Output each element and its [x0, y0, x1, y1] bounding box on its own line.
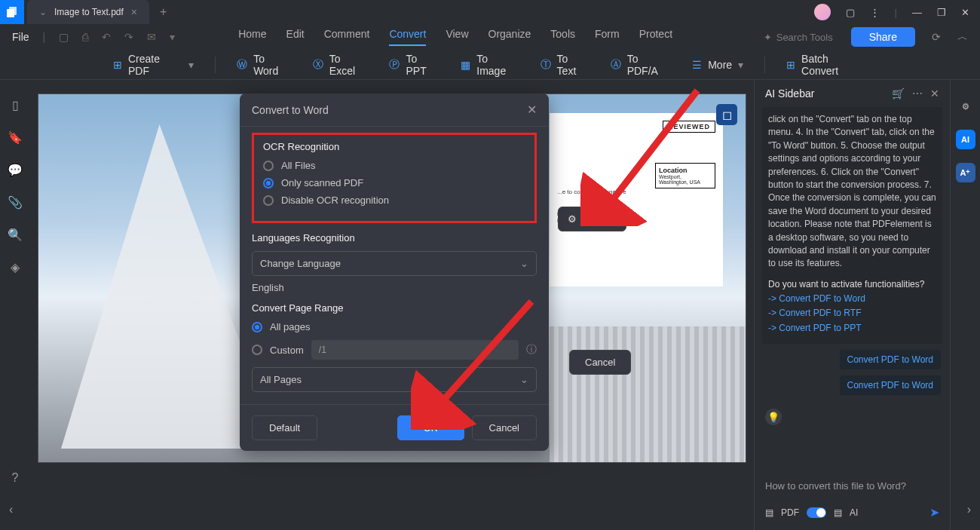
send-icon[interactable]: ➤ [929, 505, 939, 519]
cart-icon[interactable]: 🛒 [892, 87, 905, 100]
ai-response-text: click on the "Convert" tab on the top me… [768, 114, 936, 268]
mail-icon[interactable]: ✉ [144, 31, 159, 43]
more-button[interactable]: ☰More▾ [692, 59, 743, 71]
redo-icon[interactable]: ↷ [121, 31, 136, 43]
chevron-down-icon: ▾ [188, 59, 194, 71]
attachments-icon[interactable]: 📎 [8, 195, 23, 210]
annotation-arrow [411, 294, 547, 430]
bookmarks-icon[interactable]: 🔖 [8, 130, 23, 145]
comments-icon[interactable]: 💬 [8, 163, 23, 177]
dots-icon[interactable]: ⋯ [912, 87, 923, 100]
fit-page-icon[interactable]: ◻ [716, 104, 737, 125]
tab-protect[interactable]: Protect [639, 28, 672, 46]
radio-only-scanned[interactable]: Only scanned PDF [263, 177, 525, 188]
to-pdfa-button[interactable]: ⒶTo PDF/A [611, 53, 672, 77]
ai-input[interactable]: How to convert this file to Word? [755, 473, 950, 499]
app-logo[interactable] [0, 0, 24, 24]
convert-suggestion-button[interactable]: Convert PDF to Word [840, 350, 941, 369]
text-icon: Ⓣ [541, 58, 551, 72]
chevron-up-icon[interactable]: ︿ [957, 30, 968, 44]
translate-rail-icon[interactable]: A⁺ [956, 163, 975, 182]
link-convert-rtf[interactable]: -> Convert PDF to RTF [768, 307, 936, 320]
avatar[interactable] [814, 4, 831, 20]
language-value: English [252, 282, 537, 293]
chevron-down-icon[interactable]: ▾ [167, 31, 178, 43]
radio-all-files[interactable]: All Files [263, 160, 525, 171]
to-excel-button[interactable]: ⓍTo Excel [313, 53, 369, 77]
collapse-left-icon[interactable]: ‹ [9, 503, 13, 516]
default-button[interactable]: Default [252, 415, 317, 440]
tab-view[interactable]: View [446, 28, 468, 46]
create-pdf-button[interactable]: ⊞Create PDF▾ [113, 53, 194, 77]
to-image-button[interactable]: ▦To Image [461, 53, 519, 77]
radio-icon [252, 345, 262, 355]
cancel-button[interactable]: Cancel [569, 350, 631, 375]
tab-form[interactable]: Form [595, 28, 620, 46]
settings-knob-icon[interactable]: ⚙ [956, 97, 975, 116]
convert-ribbon: ⊞Create PDF▾ ⓌTo Word ⓍTo Excel ⓅTo PPT … [0, 50, 980, 80]
radio-icon [263, 178, 274, 188]
share-button[interactable]: Share [851, 27, 915, 47]
tab-comment[interactable]: Comment [324, 28, 370, 46]
file-menu[interactable]: File [12, 31, 29, 43]
new-tab-button[interactable]: + [160, 5, 167, 19]
languages-title: Languages Recognition [252, 232, 537, 244]
save-icon[interactable]: ▢ [56, 31, 72, 43]
more-icon: ☰ [692, 59, 702, 71]
search-icon[interactable]: 🔍 [8, 228, 23, 242]
ai-question: Do you want to activate functionalities? [768, 278, 936, 291]
svg-line-2 [607, 90, 697, 207]
layers-icon[interactable]: ◈ [11, 260, 20, 274]
to-text-button[interactable]: ⓉTo Text [541, 53, 590, 77]
close-sidebar-icon[interactable]: ✕ [930, 87, 939, 100]
tab-convert[interactable]: Convert [389, 28, 426, 46]
search-tools[interactable]: ✦ Search Tools [764, 32, 833, 43]
link-convert-ppt[interactable]: -> Convert PDF to PPT [768, 322, 936, 335]
close-dialog-icon[interactable]: ✕ [527, 103, 537, 117]
ai-toggle[interactable] [807, 507, 826, 518]
minimize-icon[interactable]: — [912, 7, 922, 18]
change-language-select[interactable]: Change Language⌄ [252, 251, 537, 276]
dialog-title: Convert to Word [252, 104, 329, 116]
sync-icon[interactable]: ⟳ [932, 31, 941, 43]
kebab-menu-icon[interactable]: ⋮ [870, 7, 880, 18]
tab-tools[interactable]: Tools [550, 28, 575, 46]
tab-edit[interactable]: Edit [286, 28, 305, 46]
convert-suggestion-button[interactable]: Convert PDF to Word [840, 375, 941, 395]
right-rail: ⚙ AI A⁺ [950, 80, 980, 530]
maximize-icon[interactable]: ❐ [937, 7, 946, 18]
collapse-right-icon[interactable]: › [967, 503, 971, 516]
divider [215, 57, 216, 73]
tab-organize[interactable]: Organize [488, 28, 531, 46]
radio-disable-ocr[interactable]: Disable OCR recognition [263, 195, 525, 206]
search-placeholder: Search Tools [776, 32, 833, 43]
annotation-arrow [580, 83, 709, 226]
undo-icon[interactable]: ↶ [99, 31, 114, 43]
close-window-icon[interactable]: ✕ [961, 7, 969, 18]
divider: | [40, 31, 49, 43]
to-ppt-button[interactable]: ⓅTo PPT [389, 53, 439, 77]
thumbnails-icon[interactable]: ▯ [12, 98, 19, 112]
document-tab[interactable]: ⌄ Image to Text.pdf × [27, 0, 149, 24]
divider [764, 57, 765, 73]
radio-icon [252, 322, 262, 332]
link-convert-word[interactable]: -> Convert PDF to Word [768, 293, 936, 305]
pdf-icon: ▤ [765, 507, 773, 518]
ai-sidebar-title: AI Sidebar [765, 87, 814, 100]
radio-custom-label[interactable]: Custom [270, 345, 304, 356]
tab-home[interactable]: Home [238, 28, 266, 46]
svg-rect-1 [9, 7, 17, 15]
excel-icon: Ⓧ [313, 58, 323, 72]
image-icon: ▦ [461, 59, 470, 71]
to-word-button[interactable]: ⓌTo Word [237, 53, 292, 77]
close-tab-icon[interactable]: × [131, 6, 137, 18]
word-icon: Ⓦ [237, 58, 247, 72]
ai-rail-icon[interactable]: AI [956, 130, 975, 149]
svg-line-3 [437, 302, 531, 407]
print-icon[interactable]: ⎙ [79, 31, 91, 43]
help-icon[interactable]: ? [12, 471, 19, 485]
sparkle-icon: ✦ [764, 32, 772, 43]
batch-convert-button[interactable]: ⊞Batch Convert [786, 53, 867, 77]
notification-icon[interactable]: ▢ [846, 7, 855, 18]
bulb-icon[interactable]: 💡 [765, 409, 782, 425]
